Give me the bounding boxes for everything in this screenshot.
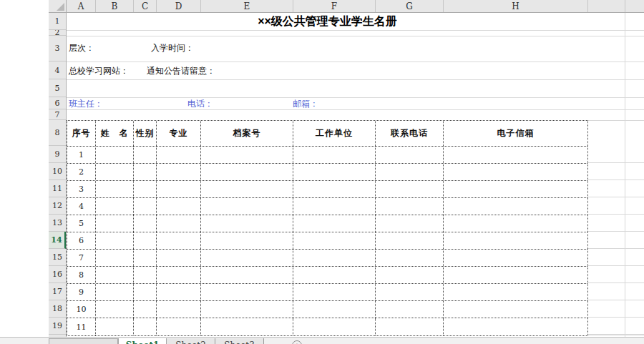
select-all-corner[interactable] <box>49 0 67 13</box>
gender-cell[interactable] <box>134 267 157 283</box>
sheet-tab[interactable]: Sheet2 <box>167 338 215 344</box>
major-cell[interactable] <box>157 147 201 163</box>
major-cell[interactable] <box>157 318 201 335</box>
contact-phone-cell[interactable] <box>376 215 444 232</box>
contact-phone-cell[interactable] <box>376 147 444 163</box>
row-header[interactable]: 4 <box>49 62 66 79</box>
row-header[interactable]: 10 <box>49 163 66 180</box>
contact-phone-cell[interactable] <box>376 301 444 318</box>
serial-number-cell[interactable]: 10 <box>67 301 96 318</box>
gender-cell[interactable] <box>134 181 157 197</box>
name-cell[interactable] <box>96 267 134 283</box>
contact-phone-cell[interactable] <box>376 181 444 197</box>
roster-header-cell[interactable]: 性别 <box>134 121 157 146</box>
column-header[interactable]: H <box>444 0 588 12</box>
contact-phone-cell[interactable] <box>376 198 444 215</box>
row-header[interactable]: 2 <box>49 30 66 36</box>
sheet-tab[interactable]: Sheet3 <box>215 338 264 344</box>
tab-navigation-block[interactable] <box>49 338 118 344</box>
roster-header-cell[interactable]: 电子信箱 <box>444 121 587 146</box>
roster-header-cell[interactable]: 专业 <box>157 121 201 146</box>
gender-cell[interactable] <box>134 301 157 318</box>
name-cell[interactable] <box>96 215 134 232</box>
school-site-label-cell[interactable]: 总校学习网站： <box>69 65 129 77</box>
email-cell[interactable] <box>444 318 587 335</box>
major-cell[interactable] <box>157 215 201 232</box>
row-header[interactable]: 14 <box>49 232 66 249</box>
major-cell[interactable] <box>157 164 201 180</box>
name-cell[interactable] <box>96 284 134 300</box>
file-number-cell[interactable] <box>201 284 293 300</box>
contact-phone-cell[interactable] <box>376 267 444 283</box>
work-unit-cell[interactable] <box>293 301 376 318</box>
row-header[interactable]: 12 <box>49 197 66 215</box>
name-cell[interactable] <box>96 198 134 215</box>
major-cell[interactable] <box>157 250 201 266</box>
gender-cell[interactable] <box>134 284 157 300</box>
email-cell[interactable] <box>444 215 587 232</box>
column-header[interactable]: G <box>376 0 444 12</box>
contact-phone-cell[interactable] <box>376 164 444 180</box>
serial-number-cell[interactable]: 6 <box>67 232 96 249</box>
serial-number-cell[interactable]: 3 <box>67 181 96 197</box>
work-unit-cell[interactable] <box>293 267 376 283</box>
major-cell[interactable] <box>157 284 201 300</box>
column-header[interactable]: D <box>157 0 201 12</box>
class-teacher-label-cell[interactable]: 班主任： <box>69 98 103 110</box>
contact-phone-cell[interactable] <box>376 284 444 300</box>
email-cell[interactable] <box>444 198 587 215</box>
row-header[interactable]: 6 <box>49 97 66 109</box>
gender-cell[interactable] <box>134 215 157 232</box>
serial-number-cell[interactable]: 1 <box>67 147 96 163</box>
serial-number-cell[interactable]: 4 <box>67 198 96 215</box>
file-number-cell[interactable] <box>201 301 293 318</box>
column-header[interactable]: A <box>67 0 96 12</box>
email-cell[interactable] <box>444 284 587 300</box>
email-cell[interactable] <box>444 301 587 318</box>
gender-cell[interactable] <box>134 164 157 180</box>
file-number-cell[interactable] <box>201 147 293 163</box>
serial-number-cell[interactable]: 8 <box>67 267 96 283</box>
major-cell[interactable] <box>157 232 201 249</box>
contact-phone-cell[interactable] <box>376 250 444 266</box>
row-header[interactable]: 1 <box>49 13 66 30</box>
work-unit-cell[interactable] <box>293 232 376 249</box>
contact-phone-cell[interactable] <box>376 232 444 249</box>
email-cell[interactable] <box>444 164 587 180</box>
notice-label-cell[interactable]: 通知公告请留意： <box>147 65 215 77</box>
gender-cell[interactable] <box>134 250 157 266</box>
roster-header-cell[interactable]: 联系电话 <box>376 121 444 146</box>
file-number-cell[interactable] <box>201 232 293 249</box>
row-header[interactable]: 8 <box>49 120 66 146</box>
email-cell[interactable] <box>444 267 587 283</box>
name-cell[interactable] <box>96 318 134 335</box>
name-cell[interactable] <box>96 164 134 180</box>
row-header[interactable]: 9 <box>49 146 66 163</box>
row-header[interactable]: 5 <box>49 79 66 97</box>
file-number-cell[interactable] <box>201 267 293 283</box>
add-sheet-button[interactable]: + <box>292 340 302 344</box>
file-number-cell[interactable] <box>201 250 293 266</box>
work-unit-cell[interactable] <box>293 318 376 335</box>
row-header[interactable]: 15 <box>49 249 66 266</box>
email-cell[interactable] <box>444 232 587 249</box>
sheet-tab[interactable]: Sheet1 <box>118 338 167 344</box>
row-header[interactable]: 17 <box>49 283 66 300</box>
row-header[interactable]: 18 <box>49 300 66 318</box>
file-number-cell[interactable] <box>201 318 293 335</box>
roster-header-cell[interactable]: 姓 名 <box>96 121 134 146</box>
serial-number-cell[interactable]: 7 <box>67 250 96 266</box>
column-header[interactable]: E <box>201 0 293 12</box>
roster-header-cell[interactable]: 序号 <box>67 121 96 146</box>
email-cell[interactable] <box>444 181 587 197</box>
email-cell[interactable] <box>444 147 587 163</box>
name-cell[interactable] <box>96 147 134 163</box>
major-cell[interactable] <box>157 198 201 215</box>
file-number-cell[interactable] <box>201 164 293 180</box>
serial-number-cell[interactable]: 9 <box>67 284 96 300</box>
work-unit-cell[interactable] <box>293 147 376 163</box>
name-cell[interactable] <box>96 181 134 197</box>
roster-header-cell[interactable]: 工作单位 <box>293 121 376 146</box>
work-unit-cell[interactable] <box>293 181 376 197</box>
email-cell[interactable] <box>444 250 587 266</box>
